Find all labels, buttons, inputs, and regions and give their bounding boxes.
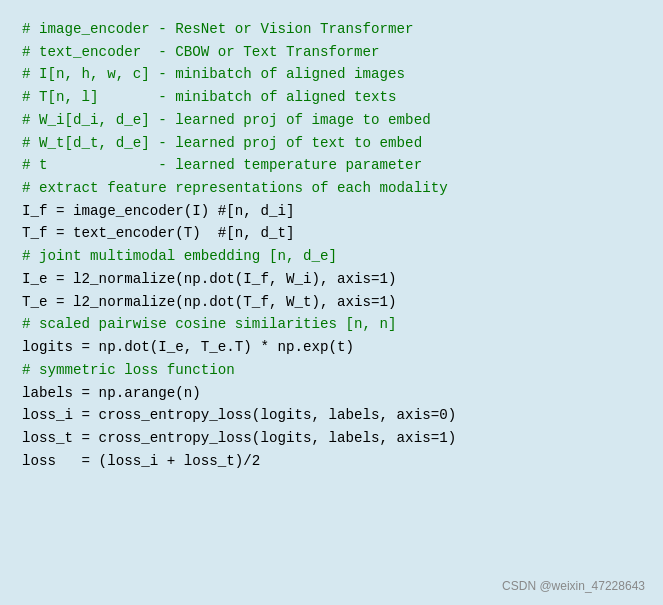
code-container: # image_encoder - ResNet or Vision Trans… (0, 0, 663, 605)
code-block: # image_encoder - ResNet or Vision Trans… (22, 18, 641, 472)
watermark: CSDN @weixin_47228643 (502, 579, 645, 593)
code-line: # t - learned temperature parameter (22, 154, 641, 177)
code-line: I_f = image_encoder(I) #[n, d_i] (22, 200, 641, 223)
code-line: # scaled pairwise cosine similarities [n… (22, 313, 641, 336)
code-line: # W_t[d_t, d_e] - learned proj of text t… (22, 132, 641, 155)
code-line: # joint multimodal embedding [n, d_e] (22, 245, 641, 268)
code-line: # text_encoder - CBOW or Text Transforme… (22, 41, 641, 64)
code-line: # extract feature representations of eac… (22, 177, 641, 200)
code-line: # T[n, l] - minibatch of aligned texts (22, 86, 641, 109)
code-line: labels = np.arange(n) (22, 382, 641, 405)
code-line: # image_encoder - ResNet or Vision Trans… (22, 18, 641, 41)
code-line: loss_t = cross_entropy_loss(logits, labe… (22, 427, 641, 450)
code-line: logits = np.dot(I_e, T_e.T) * np.exp(t) (22, 336, 641, 359)
code-line: # W_i[d_i, d_e] - learned proj of image … (22, 109, 641, 132)
code-line: # I[n, h, w, c] - minibatch of aligned i… (22, 63, 641, 86)
code-line: # symmetric loss function (22, 359, 641, 382)
code-line: loss_i = cross_entropy_loss(logits, labe… (22, 404, 641, 427)
code-line: loss = (loss_i + loss_t)/2 (22, 450, 641, 473)
code-line: T_f = text_encoder(T) #[n, d_t] (22, 222, 641, 245)
code-line: T_e = l2_normalize(np.dot(T_f, W_t), axi… (22, 291, 641, 314)
code-line: I_e = l2_normalize(np.dot(I_f, W_i), axi… (22, 268, 641, 291)
